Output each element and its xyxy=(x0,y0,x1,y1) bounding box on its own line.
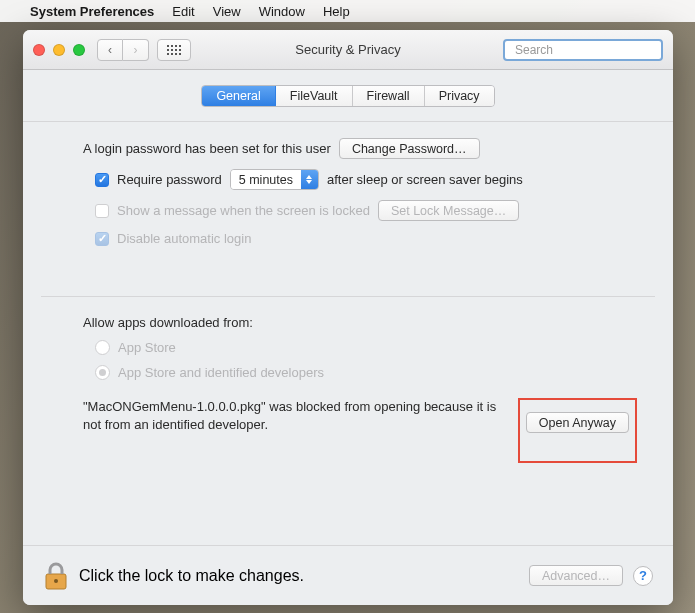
grid-icon xyxy=(167,45,181,55)
traffic-lights xyxy=(33,44,85,56)
lock-text: Click the lock to make changes. xyxy=(79,567,304,585)
close-icon[interactable] xyxy=(33,44,45,56)
show-all-button[interactable] xyxy=(157,39,191,61)
search-input[interactable] xyxy=(515,43,665,57)
radio-identified-label: App Store and identified developers xyxy=(118,365,324,380)
svg-point-3 xyxy=(54,579,58,583)
require-password-checkbox[interactable] xyxy=(95,173,109,187)
system-menubar: System Preferences Edit View Window Help xyxy=(0,0,695,22)
allow-apps-heading-row: Allow apps downloaded from: xyxy=(83,315,637,330)
menubar-view[interactable]: View xyxy=(213,4,241,19)
blocked-app-row: "MacONGemMenu-1.0.0.0.pkg" was blocked f… xyxy=(83,398,637,463)
minimize-icon[interactable] xyxy=(53,44,65,56)
content-pane: A login password has been set for this u… xyxy=(23,122,673,463)
footer-bar: Click the lock to make changes. Advanced… xyxy=(23,545,673,605)
change-password-button[interactable]: Change Password… xyxy=(339,138,480,159)
blocked-message: "MacONGemMenu-1.0.0.0.pkg" was blocked f… xyxy=(83,398,500,433)
menubar-help[interactable]: Help xyxy=(323,4,350,19)
tab-segmented-control: General FileVault Firewall Privacy xyxy=(201,85,494,107)
forward-button: › xyxy=(123,39,149,61)
radio-appstore-label: App Store xyxy=(118,340,176,355)
login-password-row: A login password has been set for this u… xyxy=(83,138,637,159)
radio-identified xyxy=(95,365,110,380)
require-password-row: Require password 5 minutes after sleep o… xyxy=(95,169,637,190)
tabs-row: General FileVault Firewall Privacy xyxy=(23,70,673,122)
tab-general[interactable]: General xyxy=(202,86,275,106)
divider xyxy=(41,296,655,297)
menubar-app-name[interactable]: System Preferences xyxy=(30,4,154,19)
require-password-delay-value: 5 minutes xyxy=(231,170,301,189)
preferences-window: ‹ › Security & Privacy General FileVault… xyxy=(23,30,673,605)
login-password-text: A login password has been set for this u… xyxy=(83,141,331,156)
show-message-row: Show a message when the screen is locked… xyxy=(95,200,637,221)
chevron-right-icon: › xyxy=(134,43,138,57)
select-arrows-icon xyxy=(301,170,318,189)
radio-appstore-row: App Store xyxy=(95,340,637,355)
show-message-checkbox xyxy=(95,204,109,218)
back-button[interactable]: ‹ xyxy=(97,39,123,61)
nav-back-forward: ‹ › xyxy=(97,39,149,61)
radio-identified-row: App Store and identified developers xyxy=(95,365,637,380)
radio-appstore xyxy=(95,340,110,355)
menubar-window[interactable]: Window xyxy=(259,4,305,19)
tab-filevault[interactable]: FileVault xyxy=(276,86,353,106)
show-message-label: Show a message when the screen is locked xyxy=(117,203,370,218)
require-password-delay-select[interactable]: 5 minutes xyxy=(230,169,319,190)
advanced-button: Advanced… xyxy=(529,565,623,586)
lock-icon[interactable] xyxy=(43,561,69,591)
disable-auto-login-row: Disable automatic login xyxy=(95,231,637,246)
disable-auto-login-label: Disable automatic login xyxy=(117,231,251,246)
chevron-left-icon: ‹ xyxy=(108,43,112,57)
require-password-label: Require password xyxy=(117,172,222,187)
menubar-edit[interactable]: Edit xyxy=(172,4,194,19)
highlight-callout: Open Anyway xyxy=(518,398,637,463)
help-button[interactable]: ? xyxy=(633,566,653,586)
allow-apps-heading: Allow apps downloaded from: xyxy=(83,315,253,330)
maximize-icon[interactable] xyxy=(73,44,85,56)
set-lock-message-button: Set Lock Message… xyxy=(378,200,519,221)
search-field[interactable] xyxy=(503,39,663,61)
tab-firewall[interactable]: Firewall xyxy=(353,86,425,106)
disable-auto-login-checkbox xyxy=(95,232,109,246)
tab-privacy[interactable]: Privacy xyxy=(425,86,494,106)
open-anyway-button[interactable]: Open Anyway xyxy=(526,412,629,433)
after-sleep-text: after sleep or screen saver begins xyxy=(327,172,523,187)
titlebar: ‹ › Security & Privacy xyxy=(23,30,673,70)
